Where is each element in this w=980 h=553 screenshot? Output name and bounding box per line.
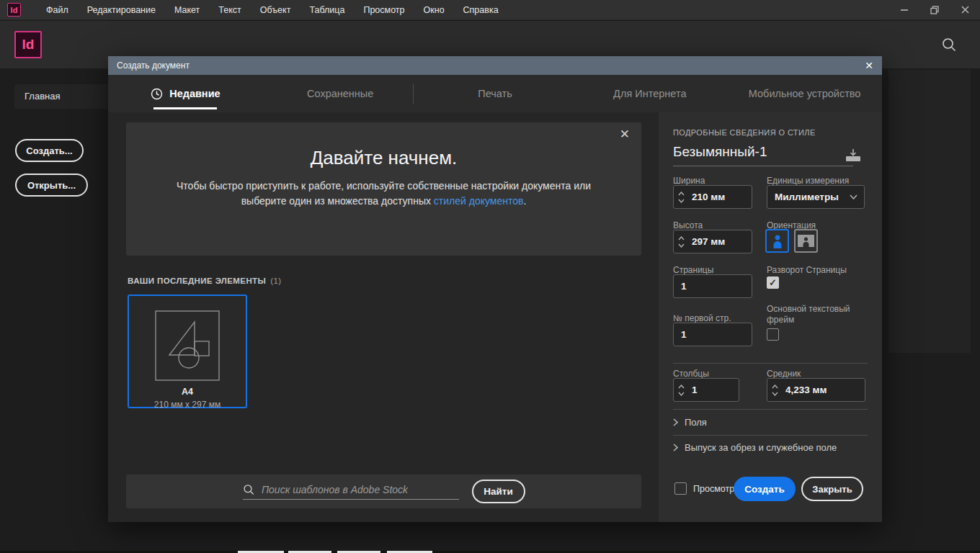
dialog-close-button[interactable]: ✕: [865, 60, 873, 71]
sidebar-item-home[interactable]: Главная: [14, 84, 112, 109]
start-page-input[interactable]: [674, 329, 731, 340]
stock-search-input[interactable]: [262, 484, 459, 495]
tab-mobile[interactable]: Мобильное устройство: [727, 75, 882, 112]
find-button[interactable]: Найти: [472, 480, 525, 503]
primary-text-frame-label: Основной текстовый фрейм: [767, 304, 860, 325]
gutter-spin-buttons[interactable]: [767, 385, 782, 396]
columns-spin-buttons[interactable]: [674, 385, 688, 396]
dialog-titlebar: Создать документ ✕: [108, 56, 882, 75]
indesign-logo-large-icon: Id: [14, 31, 42, 58]
tab-saved[interactable]: Сохраненные: [263, 75, 418, 112]
menu-object[interactable]: Объект: [251, 0, 300, 20]
close-button[interactable]: Закрыть: [801, 477, 863, 501]
recent-items-count: (1): [270, 276, 281, 285]
menu-edit[interactable]: Редактирование: [78, 0, 165, 20]
home-create-button[interactable]: Создать...: [15, 139, 84, 162]
tab-recent[interactable]: Недавние: [108, 75, 263, 112]
chevron-right-icon: [673, 444, 678, 451]
width-stepper[interactable]: [673, 185, 752, 209]
window-controls: [889, 0, 980, 20]
menu-items: Файл Редактирование Макет Текст Объект Т…: [37, 0, 508, 20]
columns-label: Столбцы: [673, 369, 709, 379]
welcome-title: Давайте начнем.: [126, 147, 641, 169]
restore-button[interactable]: [919, 0, 950, 20]
clock-icon: [151, 88, 163, 100]
orientation-landscape-button[interactable]: [794, 229, 818, 253]
start-page-label: № первой стр.: [673, 313, 731, 323]
restore-icon: [930, 6, 939, 14]
gutter-input[interactable]: [782, 385, 854, 395]
menu-type[interactable]: Текст: [209, 0, 250, 20]
chevron-down-icon: [678, 392, 685, 396]
welcome-body-end: .: [523, 195, 526, 207]
save-preset-button[interactable]: [845, 148, 863, 164]
facing-pages-checkbox[interactable]: ✓: [767, 276, 779, 289]
stock-search-field: [243, 483, 459, 500]
preset-details-panel: ПОДРОБНЫЕ СВЕДЕНИЯ О СТИЛЕ Безымянный-1 …: [659, 112, 882, 522]
chevron-down-icon: [772, 392, 778, 396]
height-label: Высота: [673, 220, 703, 230]
height-input[interactable]: [688, 236, 746, 247]
tab-print[interactable]: Печать: [418, 75, 573, 112]
columns-stepper[interactable]: [673, 378, 739, 402]
menu-file[interactable]: Файл: [37, 0, 78, 20]
tab-divider: [413, 84, 414, 104]
create-button[interactable]: Создать: [734, 477, 796, 501]
menu-layout[interactable]: Макет: [165, 0, 209, 20]
document-name-input[interactable]: Безымянный-1: [673, 144, 840, 160]
check-icon: ✓: [769, 277, 777, 288]
pages-label: Страницы: [673, 265, 713, 275]
width-input[interactable]: [688, 192, 746, 202]
tab-web[interactable]: Для Интернета: [572, 75, 727, 112]
preset-dimensions: 210 мм x 297 мм: [129, 400, 246, 410]
close-window-button[interactable]: [950, 0, 980, 20]
width-label: Ширина: [673, 176, 705, 186]
dialog-title: Создать документ: [117, 60, 865, 71]
portrait-orientation-icon: [771, 234, 784, 248]
search-icon: [941, 37, 957, 53]
tab-label: Сохраненные: [307, 88, 373, 99]
menu-bar: Id Файл Редактирование Макет Текст Объек…: [0, 0, 980, 20]
chevron-up-icon: [678, 236, 685, 240]
tab-label: Для Интернета: [613, 88, 686, 99]
height-stepper[interactable]: [673, 230, 752, 253]
orientation-portrait-button[interactable]: [765, 229, 789, 253]
minimize-icon: [900, 6, 909, 14]
margins-section-toggle[interactable]: Поля: [673, 417, 707, 428]
document-presets-link[interactable]: стилей документов: [434, 195, 524, 207]
minimize-button[interactable]: [889, 0, 919, 20]
welcome-close-button[interactable]: ✕: [620, 127, 630, 142]
bleed-section-toggle[interactable]: Выпуск за обрез и служебное поле: [673, 442, 837, 453]
menu-window[interactable]: Окно: [414, 0, 454, 20]
width-spin-buttons[interactable]: [674, 192, 688, 203]
welcome-body-text: Чтобы быстро приступить к работе, исполь…: [177, 180, 591, 207]
app-search-button[interactable]: [940, 35, 958, 54]
tab-label: Недавние: [169, 88, 220, 99]
blank-document-icon: [155, 310, 220, 381]
dialog-tabs: Недавние Сохраненные Печать Для Интернет…: [108, 75, 882, 112]
pages-input[interactable]: [674, 281, 731, 292]
stock-search-bar: Найти: [126, 475, 641, 508]
pages-field[interactable]: [673, 274, 752, 298]
gutter-stepper[interactable]: [767, 378, 865, 402]
chevron-up-icon: [772, 385, 778, 389]
recent-items-heading: ВАШИ ПОСЛЕДНИЕ ЭЛЕМЕНТЫ(1): [128, 276, 281, 285]
units-value: Миллиметры: [767, 192, 839, 202]
units-dropdown[interactable]: Миллиметры: [767, 185, 865, 209]
preview-label: Просмотр: [693, 484, 734, 494]
start-page-field[interactable]: [673, 323, 752, 346]
welcome-body: Чтобы быстро приступить к работе, исполь…: [159, 179, 609, 209]
dialog-main-area: ✕ Давайте начнем. Чтобы быстро приступит…: [108, 112, 659, 522]
primary-text-frame-checkbox[interactable]: [767, 328, 779, 341]
height-spin-buttons[interactable]: [674, 236, 688, 248]
welcome-panel: ✕ Давайте начнем. Чтобы быстро приступит…: [126, 122, 641, 256]
menu-table[interactable]: Таблица: [300, 0, 354, 20]
chevron-up-icon: [678, 192, 685, 196]
recent-preset-card-a4[interactable]: A4 210 мм x 297 мм: [128, 295, 247, 408]
preview-checkbox[interactable]: [674, 482, 687, 495]
divider: [673, 363, 868, 364]
home-open-button[interactable]: Открыть...: [15, 174, 88, 197]
columns-input[interactable]: [688, 385, 728, 395]
menu-help[interactable]: Справка: [454, 0, 508, 20]
menu-view[interactable]: Просмотр: [354, 0, 414, 20]
